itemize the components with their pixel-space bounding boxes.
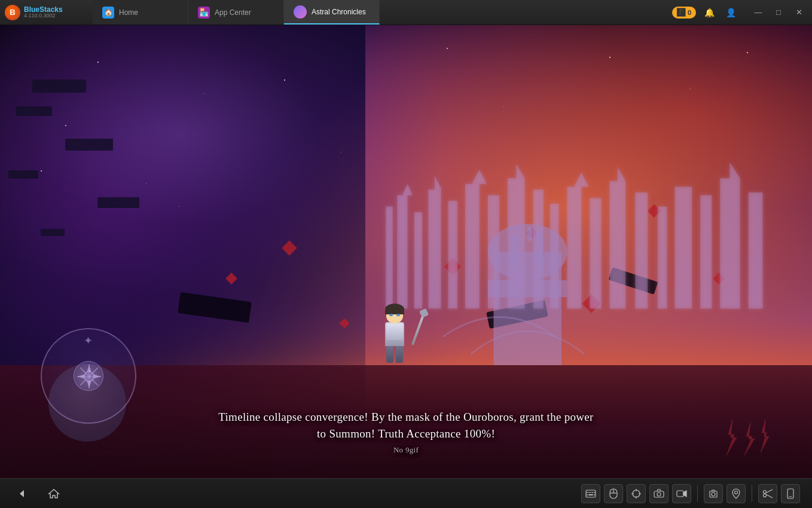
svg-point-69 <box>712 492 715 496</box>
screenshot-button[interactable] <box>704 484 723 503</box>
svg-rect-21 <box>675 186 692 308</box>
svg-rect-3 <box>414 212 422 308</box>
svg-marker-8 <box>472 170 487 184</box>
home-tab-icon: 🏠 <box>102 7 114 19</box>
mouse-button[interactable] <box>604 484 623 503</box>
close-button[interactable]: ✕ <box>789 3 808 22</box>
svg-marker-5 <box>435 175 441 189</box>
bottom-toolbar <box>0 478 812 508</box>
window-controls: — □ ✕ <box>745 0 812 25</box>
titlebar: B BlueStacks 4.110.0.3002 🏠 Home 🏪 App C… <box>0 0 812 25</box>
scissors-button[interactable] <box>758 484 777 503</box>
toolbar-divider-2 <box>752 485 752 502</box>
tabs-area: 🏠 Home 🏪 App Center Astral Chronicles <box>93 0 666 25</box>
player-character <box>374 307 416 378</box>
character-leg-left <box>386 346 393 363</box>
appcenter-tab-icon: 🏪 <box>198 7 210 19</box>
points-value: 0 <box>688 9 691 16</box>
svg-rect-30 <box>536 232 543 269</box>
points-badge[interactable]: 🅿 0 <box>672 7 696 19</box>
svg-rect-14 <box>567 186 582 308</box>
dialogue-line2: to Summon! Truth Acceptance 100%! <box>65 426 747 443</box>
maximize-button[interactable]: □ <box>769 3 788 22</box>
home-button[interactable] <box>43 483 65 504</box>
crosshair-button[interactable] <box>627 484 646 503</box>
record-button[interactable] <box>672 484 691 503</box>
svg-marker-18 <box>618 167 625 181</box>
svg-rect-7 <box>465 183 480 308</box>
svg-marker-2 <box>402 183 413 195</box>
svg-rect-47 <box>586 490 596 497</box>
svg-rect-22 <box>701 195 712 308</box>
svg-marker-45 <box>20 490 24 497</box>
phone-button[interactable] <box>781 484 800 503</box>
svg-point-72 <box>764 494 767 497</box>
titlebar-right: 🅿 0 🔔 👤 <box>666 0 745 25</box>
svg-marker-46 <box>49 489 59 498</box>
svg-marker-11 <box>517 164 525 178</box>
svg-point-70 <box>735 491 738 494</box>
toolbar-left <box>12 483 65 504</box>
svg-rect-20 <box>658 206 667 308</box>
svg-marker-15 <box>574 172 589 186</box>
keyboard-button[interactable] <box>581 484 600 503</box>
minimize-button[interactable]: — <box>749 3 768 22</box>
bluestacks-text: BlueStacks 4.110.0.3002 <box>24 6 63 19</box>
glitch-block-5 <box>97 197 139 208</box>
svg-rect-29 <box>511 235 517 269</box>
toolbar-divider <box>697 485 698 502</box>
game-area[interactable]: ✦ <box>0 25 812 478</box>
settings-button[interactable]: 👤 <box>722 4 739 21</box>
glitch-block-3 <box>65 139 113 151</box>
svg-marker-67 <box>683 491 686 497</box>
notification-button[interactable]: 🔔 <box>701 4 718 21</box>
glitch-block-2 <box>16 106 52 116</box>
dialogue-sub: No 9gif <box>65 444 747 456</box>
glitch-block-1 <box>32 79 86 93</box>
joystick-inner <box>74 361 103 391</box>
tab-astral[interactable]: Astral Chronicles <box>284 0 380 25</box>
bluestacks-logo-icon: B <box>5 5 20 20</box>
svg-rect-23 <box>721 178 740 308</box>
points-icon: 🅿 <box>677 8 685 17</box>
app-logo: B BlueStacks 4.110.0.3002 <box>0 0 93 25</box>
svg-rect-31 <box>528 226 533 240</box>
tab-appcenter[interactable]: 🏪 App Center <box>188 0 284 25</box>
character-legs <box>386 346 403 363</box>
app-version: 4.110.0.3002 <box>24 13 63 19</box>
svg-rect-25 <box>749 192 763 308</box>
toolbar-right <box>581 484 800 503</box>
svg-line-73 <box>767 489 773 493</box>
dialogue-box: Timeline collapse convergence! By the ma… <box>65 409 747 456</box>
character-head <box>386 307 403 323</box>
svg-point-65 <box>657 492 661 496</box>
game-tab-label: Astral Chronicles <box>312 8 366 16</box>
svg-rect-0 <box>386 206 393 308</box>
game-tab-icon <box>294 5 307 19</box>
character-hair <box>385 304 404 314</box>
tab-home[interactable]: 🏠 Home <box>93 0 188 25</box>
svg-rect-66 <box>677 491 683 497</box>
svg-rect-17 <box>610 181 626 308</box>
svg-rect-28 <box>488 280 567 296</box>
svg-point-37 <box>84 372 94 381</box>
home-tab-label: Home <box>119 8 138 17</box>
character-body <box>385 322 404 346</box>
character-armor <box>386 323 403 340</box>
svg-line-74 <box>767 494 773 498</box>
character-leg-right <box>396 346 403 363</box>
svg-rect-6 <box>448 201 457 308</box>
appcenter-tab-label: App Center <box>215 8 251 17</box>
glitch-block-6 <box>41 229 65 236</box>
camera-button[interactable] <box>649 484 668 503</box>
svg-marker-44 <box>761 420 769 452</box>
svg-rect-19 <box>636 192 648 308</box>
svg-marker-24 <box>730 162 740 178</box>
svg-rect-16 <box>590 198 602 308</box>
glitch-block-4 <box>8 170 38 179</box>
joystick-star-top: ✦ <box>84 334 93 347</box>
location-button[interactable] <box>726 484 746 503</box>
svg-rect-1 <box>398 195 408 308</box>
svg-rect-4 <box>429 189 441 308</box>
back-button[interactable] <box>12 483 33 504</box>
